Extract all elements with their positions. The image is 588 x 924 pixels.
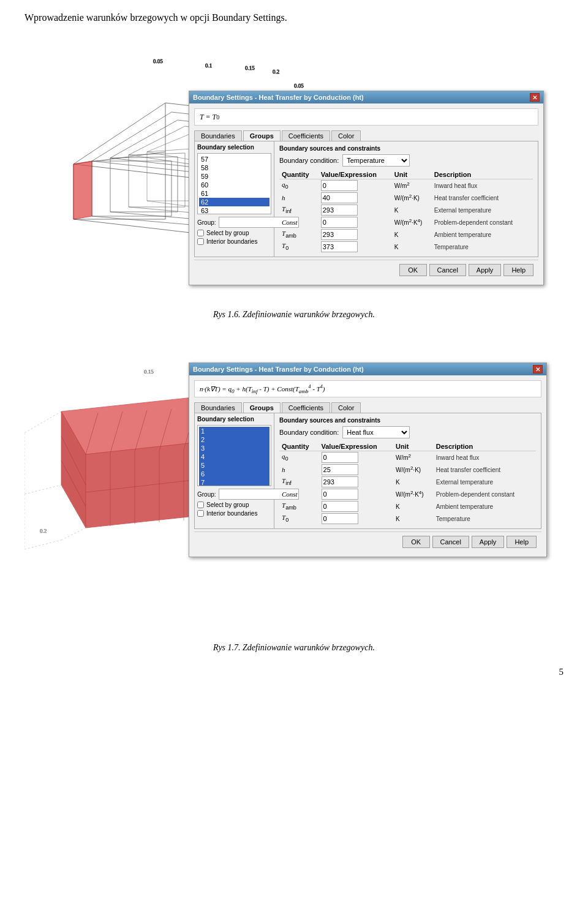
table-row: h W/(m2·K) Heat transfer coefficient: [279, 464, 536, 476]
tab1-groups[interactable]: Groups: [243, 130, 281, 141]
val-tamb[interactable]: [321, 229, 358, 240]
header-text: Wprowadzenie warunków brzegowych w opcji…: [24, 12, 564, 23]
val2-const[interactable]: [322, 489, 358, 500]
dialog1-titlebar[interactable]: Boundary Settings - Heat Transfer by Con…: [189, 91, 543, 103]
dialog1-close-button[interactable]: ✕: [530, 93, 540, 102]
col2-unit: Unit: [393, 442, 434, 451]
table-row: Tamb K Ambient temperature: [279, 228, 533, 241]
val-tinf[interactable]: [321, 205, 358, 216]
dialog1-condition-label: Boundary condition:: [279, 157, 339, 164]
table-row: h W/(m2·K) Heat transfer coefficient: [279, 192, 533, 204]
list-item[interactable]: 7: [199, 478, 270, 486]
list-item[interactable]: 1: [199, 427, 270, 435]
wireframe2: 0.15 0.05 0.2: [24, 332, 564, 638]
val2-tamb[interactable]: [322, 501, 358, 512]
svg-line-64: [61, 528, 86, 540]
wireframe1: 0.05 0.1 0.15 0.2 0.05: [24, 36, 564, 305]
dialog1-help-button[interactable]: Help: [503, 264, 533, 276]
col-quantity: Quantity: [279, 170, 318, 179]
list-item[interactable]: 61: [199, 189, 270, 198]
list-item[interactable]: 2: [199, 435, 270, 444]
dialog1-interior-boundaries[interactable]: Interior boundaries: [197, 238, 271, 245]
unit2-tamb: K: [393, 500, 434, 513]
list-item[interactable]: 60: [199, 181, 270, 189]
list-item[interactable]: 57: [199, 155, 270, 163]
svg-line-63: [24, 540, 61, 549]
dialog2-ok-button[interactable]: OK: [402, 536, 430, 548]
dialog2-group-row: Group:: [197, 489, 271, 500]
val2-t0[interactable]: [322, 513, 358, 524]
unit2-tinf: K: [393, 476, 434, 488]
tab2-coefficients[interactable]: Coefficients: [282, 402, 330, 413]
dialog2-interior-boundaries[interactable]: Interior boundaries: [197, 510, 271, 517]
figure1-area: 0.05 0.1 0.15 0.2 0.05: [24, 36, 564, 305]
list-item[interactable]: 58: [199, 163, 270, 172]
dialog2-close-button[interactable]: ✕: [533, 365, 543, 374]
svg-marker-13: [92, 161, 172, 216]
val-h[interactable]: [321, 192, 358, 203]
svg-line-60: [24, 485, 61, 494]
dialog1-right-panel: Boundary sources and constraints Boundar…: [274, 141, 538, 257]
dialog1-cancel-button[interactable]: Cancel: [429, 264, 466, 276]
dialog2-apply-button[interactable]: Apply: [472, 536, 505, 548]
tab1-coefficients[interactable]: Coefficients: [282, 130, 330, 141]
col2-quantity: Quantity: [279, 442, 319, 451]
list-item[interactable]: 5: [199, 461, 270, 470]
dialog1-boundary-list[interactable]: 57 58 59 60 61 62 63: [197, 153, 271, 214]
table-row: Const W/(m2·K4) Problem-dependent consta…: [279, 216, 533, 228]
dialog1-main: Boundary selection 57 58 59 60 61 62 63: [194, 141, 538, 257]
dialog1-select-by-group-checkbox[interactable]: [197, 230, 204, 236]
tab1-color[interactable]: Color: [331, 130, 361, 141]
dialog2-select-by-group-checkbox[interactable]: [197, 501, 204, 508]
dialog2-select-by-group[interactable]: Select by group: [197, 501, 271, 508]
val-t0[interactable]: [321, 241, 358, 252]
dialog2-interior-boundaries-checkbox[interactable]: [197, 510, 204, 517]
dialog1-condition-select[interactable]: Temperature Heat flux: [342, 154, 410, 167]
unit-q0: W/m2: [392, 179, 432, 192]
qty2-tinf: Tinf: [279, 476, 319, 488]
val2-q0[interactable]: [322, 452, 358, 463]
dialog1-interior-boundaries-checkbox[interactable]: [197, 238, 204, 245]
col-unit: Unit: [392, 170, 432, 179]
desc2-tinf: External temperature: [434, 476, 536, 488]
tab2-groups[interactable]: Groups: [243, 402, 281, 413]
unit-const: W/(m2·K4): [392, 216, 432, 228]
dialog2: Boundary Settings - Heat Transfer by Con…: [189, 362, 547, 557]
col2-description: Description: [434, 442, 536, 451]
dialog1-ok-button[interactable]: OK: [399, 264, 427, 276]
list-item[interactable]: 59: [199, 172, 270, 181]
tab2-boundaries[interactable]: Boundaries: [194, 402, 242, 413]
list-item[interactable]: 6: [199, 470, 270, 478]
col2-value: Value/Expression: [319, 442, 394, 451]
dialog2-cancel-button[interactable]: Cancel: [432, 536, 469, 548]
table-row: q0 W/m2 Inward heat flux: [279, 451, 536, 464]
tab1-boundaries[interactable]: Boundaries: [194, 130, 242, 141]
val2-tinf[interactable]: [322, 476, 358, 487]
qty2-const: Const: [279, 488, 319, 500]
list-item[interactable]: 4: [199, 453, 270, 461]
val-const[interactable]: [321, 217, 358, 228]
dialog2-condition-select[interactable]: Heat flux Temperature: [342, 426, 410, 438]
list-item-selected[interactable]: 62: [199, 198, 270, 206]
dialog1-equation: T = T0: [194, 108, 538, 126]
list-item[interactable]: 3: [199, 444, 270, 453]
dialog2-boundary-list[interactable]: 1 2 3 4 5 6 7: [197, 425, 271, 486]
col-value: Value/Expression: [318, 170, 392, 179]
desc2-t0: Temperature: [434, 513, 536, 525]
tab2-color[interactable]: Color: [331, 402, 361, 413]
svg-text:0.05: 0.05: [153, 58, 163, 64]
val2-h[interactable]: [322, 464, 358, 475]
dialog1-coeff-table: Quantity Value/Expression Unit Descripti…: [279, 170, 533, 253]
desc-q0: Inward heat flux: [432, 179, 533, 192]
list-item[interactable]: 63: [199, 206, 270, 214]
dialog2-help-button[interactable]: Help: [507, 536, 537, 548]
dialog1-group-label: Group:: [197, 219, 216, 226]
svg-text:0.2: 0.2: [273, 69, 279, 75]
val-q0[interactable]: [321, 180, 358, 191]
table-row: Tinf K External temperature: [279, 476, 536, 488]
dialog2-titlebar[interactable]: Boundary Settings - Heat Transfer by Con…: [189, 363, 546, 375]
dialog1-apply-button[interactable]: Apply: [469, 264, 502, 276]
qty2-h: h: [279, 464, 319, 476]
dialog1-select-by-group[interactable]: Select by group: [197, 230, 271, 236]
svg-text:0.2: 0.2: [40, 528, 47, 534]
